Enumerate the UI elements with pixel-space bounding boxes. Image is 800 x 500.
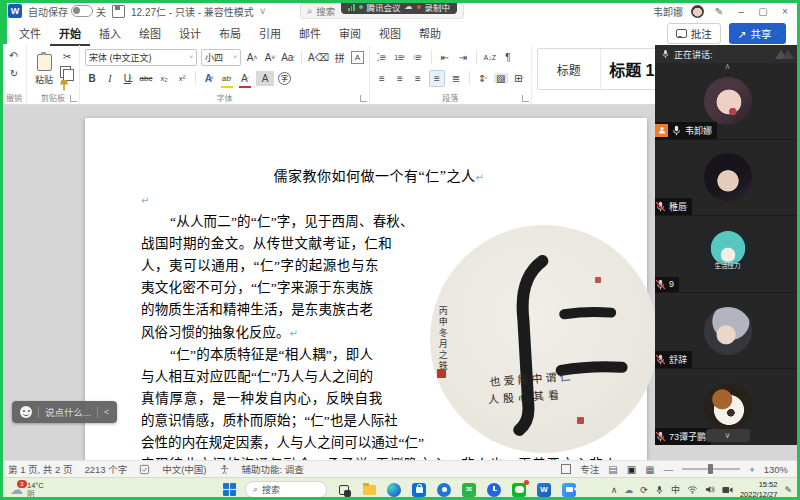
zoom-slider[interactable] [682, 468, 740, 470]
accessibility-icon[interactable] [219, 464, 230, 475]
word-count[interactable]: 2213 个字 [84, 462, 127, 476]
autosave-toggle[interactable]: 自动保存 关 [28, 4, 106, 19]
ribbon-tab[interactable]: 插入 [90, 22, 130, 46]
speaker-icon[interactable] [705, 485, 715, 494]
dialog-launcher-icon[interactable] [70, 95, 77, 102]
meeting-chat-pill[interactable]: 说点什么... < [12, 401, 117, 423]
word-taskbar-icon[interactable]: W [536, 482, 552, 498]
participant-tile[interactable]: 73谭子鹏∨ [655, 369, 800, 445]
document-page[interactable]: 儒家教你如何做一个有“仁”之人↵ ↵ [85, 118, 647, 460]
increase-indent-icon[interactable]: ⇥ [456, 50, 470, 65]
participant-tile[interactable]: ∧韦卸娜 [655, 63, 800, 139]
task-view-button[interactable] [336, 482, 352, 498]
align-left-icon[interactable]: ≡ [375, 71, 389, 86]
multilevel-list-icon[interactable]: ⁝≡˅ [411, 50, 425, 65]
ribbon-tab[interactable]: 邮件 [290, 22, 330, 46]
justify-icon[interactable]: ≡ [429, 70, 445, 87]
subscript-icon[interactable]: x₂ [157, 71, 171, 86]
collapse-chevron-icon[interactable]: ∧ [725, 63, 731, 71]
toggle-off-icon[interactable] [71, 5, 93, 17]
edge-icon[interactable] [386, 482, 402, 498]
cut-icon[interactable]: ✂ [60, 49, 74, 64]
comments-button[interactable]: 批注 [667, 23, 721, 44]
ribbon-tab[interactable]: 绘图 [130, 22, 170, 46]
numbering-icon[interactable]: 1≡˅ [393, 50, 407, 65]
font-name-select[interactable]: 宋体 (中文正文)˅ [85, 49, 197, 66]
shading-icon[interactable]: ▨ [494, 73, 508, 83]
italic-icon[interactable]: I [103, 71, 117, 86]
ribbon-tab[interactable]: 开始 [50, 22, 90, 46]
store-icon[interactable] [411, 482, 427, 498]
underline-icon[interactable]: U˅ [121, 71, 135, 86]
focus-button[interactable]: 专注 [580, 462, 599, 476]
wechat-icon[interactable] [511, 482, 527, 498]
font-size-select[interactable]: 小四˅ [201, 49, 241, 66]
language-indicator[interactable]: 中文(中国) [162, 462, 206, 476]
bold-icon[interactable]: B [85, 71, 99, 86]
onedrive-cloud-icon[interactable]: ☁ [624, 485, 633, 495]
meeting-status-pill[interactable]: 腾讯会议 ☁ 录制中 [341, 0, 457, 14]
sort-icon[interactable]: A↓Z [483, 50, 497, 65]
grow-font-icon[interactable]: A˄ [245, 50, 259, 65]
web-layout-button[interactable]: ▦ [645, 464, 654, 475]
print-layout-button[interactable]: ▣ [627, 464, 636, 475]
user-avatar[interactable] [691, 5, 704, 18]
participant-tile[interactable]: 稚唇 [655, 140, 800, 216]
share-button[interactable]: ↗ 共享 ˅ [729, 23, 786, 44]
highlight-color-icon[interactable]: ab˅ [220, 71, 234, 86]
participant-tile[interactable]: 舒辞 [655, 293, 800, 369]
superscript-icon[interactable]: x² [175, 71, 189, 86]
decrease-indent-icon[interactable]: ⇤ [438, 50, 452, 65]
maximize-button[interactable]: ▢ [756, 6, 770, 17]
zoom-in-button[interactable]: + [749, 464, 755, 475]
pen-icon[interactable]: ✎ [712, 6, 726, 17]
zoom-level[interactable]: 130% [764, 464, 788, 475]
bullets-icon[interactable]: ⁚≡˅ [375, 50, 389, 65]
character-shading-icon[interactable]: A [256, 71, 274, 86]
enclose-characters-icon[interactable]: 字 [278, 72, 291, 85]
ribbon-tab[interactable]: 文件 [10, 22, 50, 46]
taskbar-search[interactable]: ⌕ 搜索 [245, 481, 327, 498]
change-case-icon[interactable]: Aa˅ [281, 50, 295, 65]
zoom-slider-thumb[interactable] [708, 464, 713, 474]
save-icon[interactable] [112, 5, 125, 18]
dialog-launcher-icon[interactable] [522, 95, 529, 102]
collapse-arrow-icon[interactable]: < [104, 407, 109, 417]
align-right-icon[interactable]: ≡ [411, 71, 425, 86]
wifi-icon[interactable] [687, 485, 698, 494]
file-explorer-icon[interactable] [361, 482, 377, 498]
font-color-icon[interactable]: A˅ [238, 71, 252, 86]
clock-app-icon[interactable] [486, 482, 502, 498]
ribbon-tab[interactable]: 引用 [250, 22, 290, 46]
chevron-down-icon[interactable]: ˅ [260, 6, 266, 17]
shrink-font-icon[interactable]: A˅ [263, 50, 277, 65]
hidden-icons-chevron[interactable]: ∧ [611, 485, 618, 495]
character-border-icon[interactable]: A [351, 51, 364, 64]
ribbon-tab[interactable]: 帮助 [410, 22, 450, 46]
camera-icon[interactable] [722, 486, 733, 494]
paste-button[interactable]: 粘贴 [32, 48, 56, 91]
page-info[interactable]: 第 1 页, 共 2 页 [8, 462, 72, 476]
close-button[interactable]: × [778, 6, 792, 17]
text-effects-icon[interactable]: A˅ [202, 71, 216, 86]
clock-widget[interactable]: 15:52 2022/12/27 [740, 480, 778, 499]
accessibility-status[interactable]: 辅助功能: 调查 [242, 462, 304, 476]
distribute-icon[interactable]: ≣ [449, 71, 463, 86]
emoji-icon[interactable] [20, 406, 32, 418]
phonetic-guide-icon[interactable]: 拼 [333, 50, 347, 65]
tray-mic-icon[interactable] [655, 485, 664, 495]
proofing-icon[interactable] [139, 464, 150, 475]
mail-app-icon[interactable]: ✉ [461, 482, 477, 498]
borders-icon[interactable]: ⊞˅ [512, 71, 526, 86]
show-marks-icon[interactable]: ¶ [501, 50, 515, 65]
calligraphy-image[interactable]: 丙申冬月之铁 也爱能中谓仁 人殷心其看 [399, 221, 631, 457]
sync-icon[interactable]: ⟳ [640, 485, 648, 495]
pen-tray-icon[interactable]: ✎ [784, 485, 792, 495]
minimize-button[interactable]: – [734, 6, 748, 17]
line-spacing-icon[interactable]: ⇕˅ [476, 71, 490, 86]
ribbon-tab[interactable]: 审阅 [330, 22, 370, 46]
align-center-icon[interactable]: ≡ [393, 71, 407, 86]
dialog-launcher-icon[interactable] [360, 95, 367, 102]
strikethrough-icon[interactable]: abc [139, 71, 153, 86]
meeting-taskbar-icon[interactable] [561, 482, 577, 498]
